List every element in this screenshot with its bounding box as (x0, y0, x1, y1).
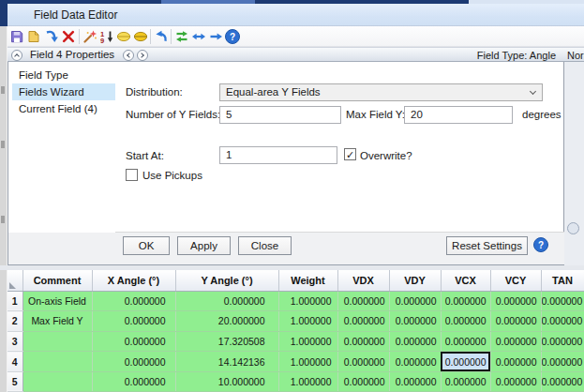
previous-field-button[interactable] (123, 50, 134, 61)
cell-weight[interactable]: 1.000000 (278, 311, 337, 332)
max-field-y-input[interactable]: 20 (404, 106, 513, 124)
row-header[interactable]: 1 (7, 291, 22, 311)
cell-vcy[interactable]: 0.000000 (490, 291, 541, 311)
cell-vcx[interactable]: 0.000000 (441, 291, 490, 311)
cell-y-angle[interactable]: 14.142136 (175, 352, 278, 372)
delete-field-icon[interactable] (61, 29, 76, 44)
col-header-vcx[interactable]: VCX (441, 270, 490, 291)
cell-vdx[interactable]: 0.000000 (337, 311, 389, 332)
col-header-vdy[interactable]: VDY (389, 270, 441, 291)
cell-tan[interactable]: 0.000000 (541, 331, 584, 352)
selected-cell-vcx[interactable]: 0.000000 (441, 352, 490, 372)
sidebar-item-current-field[interactable]: Current Field (4) (12, 100, 115, 117)
cell-vdy[interactable]: 0.000000 (389, 371, 441, 392)
chevron-right-icon (139, 53, 144, 58)
cell-x-angle[interactable]: 0.000000 (92, 371, 175, 392)
swap-fields-icon[interactable] (174, 29, 189, 44)
col-header-x-angle[interactable]: X Angle (°) (92, 270, 175, 291)
cell-vdx[interactable]: 0.000000 (337, 291, 389, 311)
sidebar-item-field-type[interactable]: Field Type (12, 67, 115, 83)
cell-tan[interactable]: 0.000000 (541, 291, 584, 311)
cell-vcy[interactable]: 0.000000 (490, 352, 541, 372)
sidebar-item-fields-wizard[interactable]: Fields Wizard (12, 83, 115, 100)
cell-weight[interactable]: 1.000000 (278, 371, 337, 392)
cell-tan[interactable]: 0.000000 (541, 311, 584, 332)
cell-vcx[interactable]: 0.000000 (441, 331, 490, 352)
cell-comment[interactable] (22, 331, 92, 352)
wizard-help-icon[interactable]: ? (533, 237, 548, 252)
distribution-select[interactable]: Equal-area Y Fields (219, 83, 543, 101)
max-field-y-label: Max Field Y: (346, 109, 405, 120)
cell-y-angle[interactable]: 17.320508 (175, 331, 278, 352)
distribution-value: Equal-area Y Fields (226, 86, 321, 98)
cell-weight[interactable]: 1.000000 (278, 331, 337, 352)
row-header[interactable]: 2 (7, 311, 22, 332)
cell-vdy[interactable]: 0.000000 (389, 352, 441, 372)
cell-vcy[interactable]: 0.000000 (490, 311, 541, 332)
cell-y-angle[interactable]: 0.000000 (175, 291, 278, 311)
cell-vdy[interactable]: 0.000000 (389, 291, 441, 311)
ellipse-filled-icon[interactable] (133, 29, 148, 44)
cell-vdy[interactable]: 0.000000 (389, 311, 441, 332)
number-of-y-fields-input[interactable]: 5 (219, 106, 341, 124)
fields-wizard-icon[interactable] (82, 29, 97, 44)
cell-y-angle[interactable]: 10.000000 (175, 371, 278, 392)
cell-tan[interactable]: 0.000000 (541, 371, 584, 392)
apply-button[interactable]: Apply (177, 236, 231, 255)
collapse-panel-button[interactable] (11, 50, 22, 61)
cell-x-angle[interactable]: 0.000000 (92, 291, 175, 311)
start-at-label: Start At: (126, 150, 164, 161)
title-bar[interactable]: Field Data Editor (7, 4, 584, 26)
save-icon[interactable] (9, 29, 24, 44)
col-header-weight[interactable]: Weight (278, 270, 337, 291)
cell-vcy[interactable]: 0.000000 (490, 331, 541, 352)
ok-button[interactable]: OK (123, 236, 170, 255)
double-arrow-icon[interactable] (191, 29, 206, 44)
ellipse-outline-icon[interactable] (116, 29, 131, 44)
cell-y-angle[interactable]: 20.000000 (175, 311, 278, 332)
cell-vcy[interactable]: 0.000000 (490, 371, 541, 392)
background-glyph (1, 141, 5, 148)
cell-vdy[interactable]: 0.000000 (389, 331, 441, 352)
col-header-y-angle[interactable]: Y Angle (°) (175, 270, 278, 291)
select-all-corner[interactable] (7, 270, 22, 291)
field-data-editor-window: Field Data Editor 19 ? (0, 0, 584, 392)
cell-x-angle[interactable]: 0.000000 (92, 311, 175, 332)
row-header[interactable]: 5 (7, 371, 22, 392)
cell-vdx[interactable]: 0.000000 (337, 331, 389, 352)
cell-comment[interactable]: Max Field Y (22, 311, 92, 332)
toolbar: 19 ? (7, 26, 584, 47)
reset-settings-button[interactable]: Reset Settings (446, 236, 528, 255)
open-file-icon[interactable] (26, 29, 41, 44)
forward-arrow-icon[interactable] (208, 29, 223, 44)
table-row: 4 0.000000 14.142136 1.000000 0.000000 0… (7, 352, 584, 372)
use-pickups-checkbox[interactable] (126, 169, 138, 181)
cell-weight[interactable]: 1.000000 (278, 291, 337, 311)
cell-vdx[interactable]: 0.000000 (337, 352, 389, 372)
col-header-vcy[interactable]: VCY (490, 270, 541, 291)
cell-vdx[interactable]: 0.000000 (337, 371, 389, 392)
toolbar-separator (150, 29, 151, 44)
cell-vcx[interactable]: 0.000000 (441, 371, 490, 392)
next-field-button[interactable] (137, 50, 148, 61)
col-header-tan[interactable]: TAN (541, 270, 584, 291)
sort-fields-icon[interactable]: 19 (99, 29, 114, 44)
close-button[interactable]: Close (238, 236, 292, 255)
cell-comment[interactable]: On-axis Field (22, 291, 92, 311)
cell-comment[interactable] (22, 371, 92, 392)
cell-weight[interactable]: 1.000000 (278, 352, 337, 372)
undo-icon[interactable] (154, 29, 169, 44)
row-header[interactable]: 4 (7, 352, 22, 372)
cell-tan[interactable]: 0.000000 (541, 352, 584, 372)
overwrite-checkbox[interactable]: ✓ (344, 148, 356, 160)
cell-comment[interactable] (22, 352, 92, 372)
insert-field-icon[interactable] (44, 29, 59, 44)
start-at-input[interactable]: 1 (219, 146, 337, 164)
cell-x-angle[interactable]: 0.000000 (92, 331, 175, 352)
cell-x-angle[interactable]: 0.000000 (92, 352, 175, 372)
help-icon[interactable]: ? (225, 29, 240, 44)
row-header[interactable]: 3 (7, 331, 22, 352)
cell-vcx[interactable]: 0.000000 (441, 311, 490, 332)
col-header-vdx[interactable]: VDX (337, 270, 389, 291)
col-header-comment[interactable]: Comment (22, 270, 92, 291)
